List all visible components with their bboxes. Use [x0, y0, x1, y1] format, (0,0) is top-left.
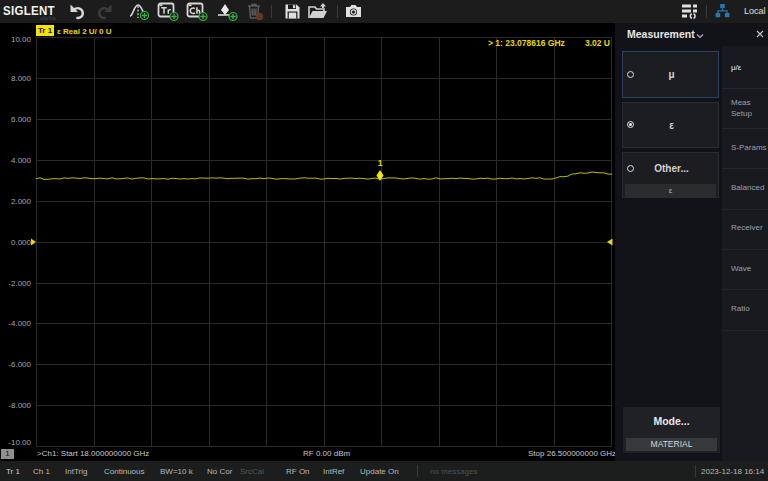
svg-text:1: 1	[378, 158, 383, 168]
